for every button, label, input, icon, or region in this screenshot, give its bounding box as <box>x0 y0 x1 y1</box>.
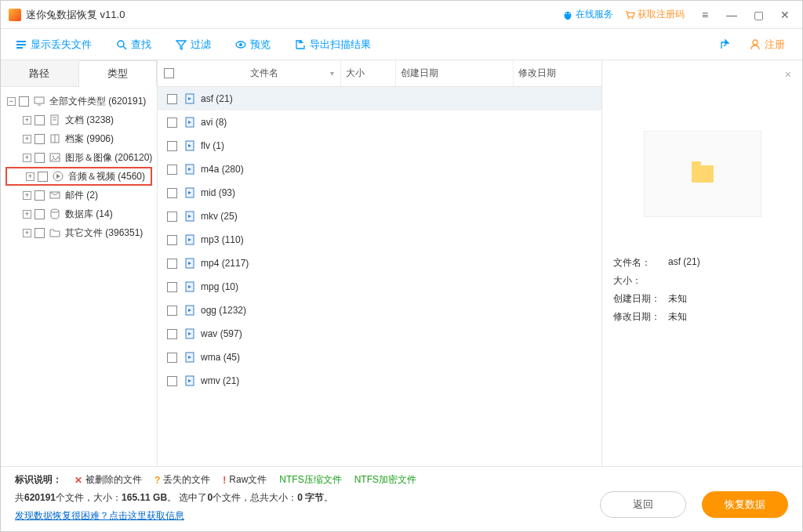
file-row[interactable]: wmv (21) <box>158 369 601 393</box>
column-header-name[interactable]: 文件名▾ <box>184 60 341 86</box>
file-row[interactable]: asf (21) <box>158 87 601 110</box>
checkbox[interactable] <box>167 353 177 363</box>
expand-icon[interactable] <box>23 116 31 125</box>
column-header-size[interactable]: 大小 <box>341 60 396 86</box>
tree-row-db[interactable]: 数据库 (14) <box>4 204 154 223</box>
maximize-button[interactable]: ▢ <box>749 5 768 24</box>
checkbox[interactable] <box>167 188 177 198</box>
svg-line-9 <box>123 46 126 49</box>
file-row[interactable]: m4a (280) <box>158 157 601 181</box>
checkbox[interactable] <box>167 212 177 222</box>
svg-point-0 <box>565 11 572 20</box>
media-file-icon <box>183 139 196 152</box>
checkbox[interactable] <box>35 134 45 144</box>
file-row[interactable]: wav (597) <box>158 322 601 346</box>
checkbox[interactable] <box>167 282 177 292</box>
register-button[interactable]: 注册 <box>749 38 785 52</box>
expand-icon[interactable] <box>23 154 31 162</box>
share-button[interactable] <box>719 38 735 51</box>
checkbox[interactable] <box>167 165 177 175</box>
column-header-mdate[interactable]: 修改日期 <box>514 67 601 80</box>
file-name: mpg (10) <box>201 281 238 292</box>
menu-icon[interactable]: ≡ <box>696 5 714 24</box>
filter-label: 过滤 <box>191 38 211 52</box>
media-file-icon <box>183 163 196 176</box>
tree-row-other[interactable]: 其它文件 (396351) <box>4 223 154 242</box>
close-button[interactable]: ✕ <box>776 5 794 24</box>
legend-ntfs-enc: NTFS加密文件 <box>354 473 416 487</box>
checkbox[interactable] <box>19 96 29 107</box>
file-row[interactable]: mid (93) <box>158 181 601 204</box>
svg-point-3 <box>627 17 629 19</box>
back-button[interactable]: 返回 <box>600 491 686 518</box>
tab-type[interactable]: 类型 <box>79 60 158 87</box>
file-row[interactable]: ogg (1232) <box>158 299 601 322</box>
minimize-button[interactable]: — <box>722 5 741 24</box>
file-row[interactable]: mp4 (2117) <box>158 252 601 275</box>
db-icon <box>49 208 61 220</box>
expand-icon[interactable] <box>23 135 31 143</box>
file-name: wmv (21) <box>201 375 239 386</box>
get-registration-link[interactable]: 获取注册码 <box>624 8 685 21</box>
file-row[interactable]: wma (45) <box>158 346 601 369</box>
export-button[interactable]: 导出扫描结果 <box>294 38 371 52</box>
checkbox[interactable] <box>167 306 177 316</box>
file-row[interactable]: flv (1) <box>158 134 601 157</box>
expand-icon[interactable] <box>23 191 31 200</box>
meta-mdate-label: 修改日期： <box>613 310 668 324</box>
tree-row-all[interactable]: 全部文件类型 (620191) <box>4 92 154 110</box>
svg-point-24 <box>51 209 59 212</box>
expand-icon[interactable] <box>23 229 31 237</box>
tree-row-docs[interactable]: 文档 (3238) <box>4 110 154 129</box>
checkbox[interactable] <box>167 94 177 104</box>
file-row[interactable]: avi (8) <box>158 110 601 134</box>
checkbox[interactable] <box>35 115 45 125</box>
checkbox[interactable] <box>35 190 45 201</box>
checkbox[interactable] <box>35 153 45 163</box>
recover-button[interactable]: 恢复数据 <box>702 491 788 518</box>
get-registration-label: 获取注册码 <box>638 8 685 21</box>
expand-icon[interactable] <box>26 172 35 181</box>
file-row[interactable]: mpg (10) <box>158 275 601 299</box>
legend-raw: !Raw文件 <box>223 473 267 487</box>
checkbox[interactable] <box>167 235 177 245</box>
help-link[interactable]: 发现数据恢复很困难？点击这里获取信息 <box>15 510 184 521</box>
checkbox[interactable] <box>38 172 48 182</box>
checkbox[interactable] <box>167 118 177 128</box>
tree-label: 图形＆图像 (206120) <box>65 151 152 165</box>
close-preview-button[interactable]: × <box>785 68 791 81</box>
checkbox[interactable] <box>167 376 177 386</box>
monitor-icon <box>33 95 45 107</box>
tree-row-mail[interactable]: 邮件 (2) <box>4 186 154 204</box>
folder-icon <box>692 165 714 183</box>
tab-path[interactable]: 路径 <box>1 60 79 87</box>
tree-row-archive[interactable]: 档案 (9906) <box>4 129 154 148</box>
file-name: asf (21) <box>201 93 233 104</box>
media-file-icon <box>183 280 196 293</box>
column-header-cdate[interactable]: 创建日期 <box>396 60 514 86</box>
file-name: mkv (25) <box>201 211 238 222</box>
checkbox[interactable] <box>167 329 177 339</box>
checkbox[interactable] <box>167 259 177 269</box>
media-icon <box>52 170 64 183</box>
filter-button[interactable]: 过滤 <box>175 38 211 52</box>
file-row[interactable]: mp3 (110) <box>158 228 601 252</box>
tree-label: 邮件 (2) <box>65 189 98 202</box>
media-file-icon <box>183 116 196 128</box>
file-row[interactable]: mkv (25) <box>158 204 601 228</box>
checkbox[interactable] <box>35 228 45 238</box>
expand-icon[interactable] <box>23 210 31 219</box>
tree-row-images[interactable]: 图形＆图像 (206120) <box>4 148 154 167</box>
export-label: 导出扫描结果 <box>310 38 371 52</box>
show-lost-button[interactable]: 显示丢失文件 <box>15 38 92 52</box>
preview-button[interactable]: 预览 <box>234 38 271 52</box>
tree-row-av[interactable]: 音频＆视频 (4560) <box>5 167 152 186</box>
collapse-icon[interactable] <box>7 97 16 106</box>
find-button[interactable]: 查找 <box>115 38 151 52</box>
media-file-icon <box>183 257 196 270</box>
mail-icon <box>49 189 61 201</box>
checkbox[interactable] <box>35 209 45 219</box>
online-service-link[interactable]: 在线服务 <box>562 8 613 21</box>
checkbox[interactable] <box>167 141 177 151</box>
select-all-checkbox[interactable] <box>164 68 174 78</box>
